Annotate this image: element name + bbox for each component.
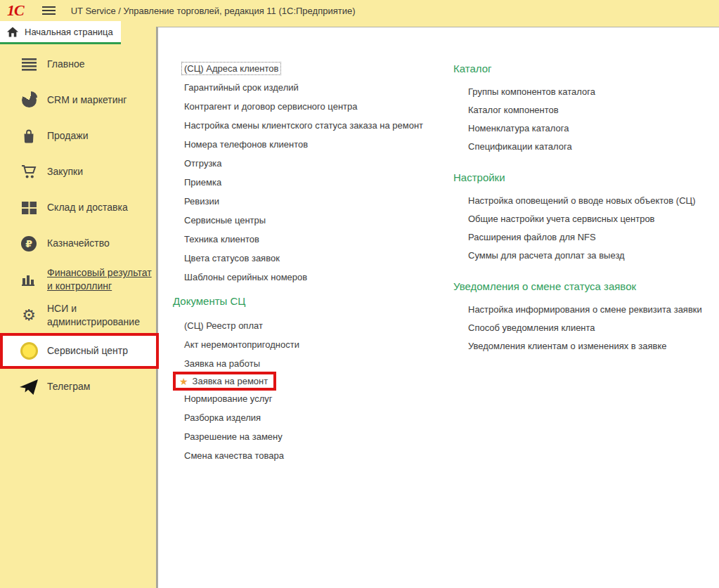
- command-link-label: Цвета статусов заявок: [184, 253, 280, 263]
- sidebar-item-label: НСИ и администрирование: [47, 302, 156, 327]
- title-bar: 1С UT Service / Управление торговлей, ре…: [0, 0, 719, 21]
- sidebar-item-service[interactable]: Сервисный центр: [0, 333, 159, 369]
- command-link[interactable]: Цвета статусов заявок: [184, 249, 437, 268]
- command-link-label: Гарантийный срок изделий: [184, 82, 299, 93]
- telegram-plane-icon: [20, 378, 38, 396]
- command-link[interactable]: Расширения файлов для NFS: [468, 228, 718, 246]
- command-link[interactable]: Спецификации каталога: [468, 137, 718, 155]
- star-icon: ★: [179, 377, 188, 386]
- command-link-label: Ревизии: [184, 196, 219, 207]
- ruble-circle-icon: ₽: [20, 235, 38, 253]
- section-header: Документы СЦ: [173, 292, 437, 311]
- command-link[interactable]: Заявка на работы: [184, 354, 437, 373]
- command-link-label: (СЦ) Адреса клиентов: [181, 62, 281, 75]
- command-link[interactable]: Номенклатура каталога: [468, 119, 718, 137]
- command-link[interactable]: Нормирование услуг: [184, 389, 437, 408]
- gear-icon: ⚙: [20, 306, 38, 325]
- sidebar-item-telegram[interactable]: Телеграм: [0, 369, 156, 405]
- command-link[interactable]: Сервисные центры: [184, 211, 437, 230]
- menu-lines-icon: [20, 55, 38, 74]
- sidebar-item-nsi[interactable]: ⚙НСИ и администрирование: [0, 297, 156, 333]
- command-link[interactable]: Номера телефонов клиентов: [184, 135, 437, 154]
- hamburger-menu-icon[interactable]: [42, 4, 56, 17]
- command-link[interactable]: Техника клиентов: [184, 230, 437, 249]
- command-link-label: Заявка на ремонт: [193, 376, 268, 386]
- sidebar-item-label: Сервисный центр: [47, 344, 132, 357]
- command-link-label: Приемка: [184, 177, 221, 188]
- command-link[interactable]: (СЦ) Адреса клиентов: [184, 59, 437, 78]
- command-link[interactable]: Ревизии: [184, 192, 437, 211]
- shopping-bag-icon: [20, 127, 38, 145]
- sidebar-item-crm[interactable]: CRM и маркетинг: [0, 82, 156, 118]
- pie-chart-icon: [20, 91, 38, 110]
- command-link[interactable]: Группы компонентов каталога: [468, 82, 718, 100]
- home-icon: [7, 27, 18, 37]
- sidebar-item-sklad[interactable]: Склад и доставка: [0, 190, 156, 226]
- command-link[interactable]: Контрагент и договор сервисного центра: [184, 97, 437, 116]
- command-link[interactable]: ★Заявка на ремонт: [173, 372, 276, 391]
- sidebar-item-label: Казначейство: [47, 237, 114, 249]
- command-link-label: Контрагент и договор сервисного центра: [184, 101, 358, 112]
- command-link[interactable]: Каталог компонентов: [468, 100, 718, 119]
- sidebar-item-glavnoe[interactable]: Главное: [0, 46, 156, 82]
- sidebar-item-prodazhi[interactable]: Продажи: [0, 118, 156, 154]
- sidebar-item-label: CRM и маркетинг: [47, 93, 131, 106]
- command-link-label: Шаблоны серийных номеров: [184, 272, 307, 282]
- command-link-label: Уведомления клиентам о изменениях в заяв…: [468, 341, 667, 351]
- command-link[interactable]: (СЦ) Реестр оплат: [184, 316, 437, 335]
- command-link-label: Отгрузка: [184, 158, 222, 169]
- sidebar: ГлавноеCRM и маркетингПродажиЗакупкиСкла…: [0, 46, 156, 405]
- command-link-label: Расширения файлов для NFS: [468, 232, 596, 242]
- command-link[interactable]: Смена качества товара: [184, 446, 437, 465]
- command-link-label: Разрешение на замену: [184, 431, 283, 442]
- command-link[interactable]: Приемка: [184, 173, 437, 192]
- command-link[interactable]: Акт неремонтопригодности: [184, 335, 437, 354]
- command-link[interactable]: Уведомления клиентам о изменениях в заяв…: [468, 337, 718, 355]
- command-link-label: Общие настройки учета сервисных центров: [468, 214, 655, 224]
- command-link[interactable]: Настройка смены клиентского статуса зака…: [184, 116, 437, 135]
- command-link-label: Группы компонентов каталога: [468, 86, 595, 97]
- command-link-label: Суммы для расчета доплат за выезд: [468, 250, 625, 261]
- section-header: Уведомления о смене статуса заявок: [453, 277, 718, 296]
- command-link[interactable]: Суммы для расчета доплат за выезд: [468, 246, 718, 264]
- command-link-label: Номера телефонов клиентов: [184, 139, 308, 150]
- sidebar-item-label: Телеграм: [47, 380, 94, 393]
- command-link-label: Нормирование услуг: [184, 393, 272, 404]
- tab-home-page[interactable]: Начальная страница: [0, 21, 121, 44]
- command-link-label: Сервисные центры: [184, 215, 266, 226]
- command-link-label: Акт неремонтопригодности: [184, 339, 299, 350]
- sidebar-item-label: Склад и доставка: [47, 201, 132, 214]
- command-link[interactable]: Общие настройки учета сервисных центров: [468, 209, 718, 228]
- sidebar-item-finrez[interactable]: Финансовый результат и контроллинг: [0, 261, 156, 297]
- sidebar-item-label: Закупки: [47, 165, 87, 178]
- command-link-label: Способ уведомления клиента: [468, 322, 595, 333]
- command-link[interactable]: Шаблоны серийных номеров: [184, 268, 437, 287]
- shopping-cart-icon: [20, 163, 38, 181]
- warehouse-grid-icon: [20, 199, 38, 217]
- window-title: UT Service / Управление торговлей, редак…: [71, 6, 356, 16]
- command-link-label: Настройка информирования о смене реквизи…: [468, 304, 702, 315]
- command-link[interactable]: Разборка изделия: [184, 408, 437, 427]
- section-header: Каталог: [453, 59, 718, 78]
- sidebar-item-label: Главное: [47, 58, 89, 70]
- sidebar-item-zakupki[interactable]: Закупки: [0, 154, 156, 190]
- command-link[interactable]: Настройка информирования о смене реквизи…: [468, 300, 718, 318]
- bar-chart-icon: [20, 270, 38, 289]
- command-link[interactable]: Разрешение на замену: [184, 427, 437, 446]
- command-link[interactable]: Гарантийный срок изделий: [184, 78, 437, 97]
- sidebar-divider: [156, 27, 157, 588]
- function-column-1: (СЦ) Адреса клиентовГарантийный срок изд…: [184, 59, 437, 465]
- sidebar-item-label: Финансовый результат и контроллинг: [47, 266, 156, 292]
- command-link[interactable]: Отгрузка: [184, 154, 437, 173]
- command-link-label: (СЦ) Реестр оплат: [184, 320, 263, 331]
- command-link-label: Смена качества товара: [184, 450, 284, 461]
- command-link-label: Спецификации каталога: [468, 141, 572, 152]
- command-link[interactable]: Способ уведомления клиента: [468, 318, 718, 337]
- 1c-logo-icon: 1С: [7, 1, 24, 20]
- function-column-2: КаталогГруппы компонентов каталогаКатало…: [468, 59, 718, 355]
- command-link-label: Разборка изделия: [184, 412, 261, 423]
- command-link-label: Техника клиентов: [184, 234, 259, 244]
- sidebar-item-kazna[interactable]: ₽Казначейство: [0, 226, 156, 261]
- command-link[interactable]: Настройка оповещений о вводе новых объек…: [468, 191, 718, 209]
- service-circle-icon: [20, 342, 38, 360]
